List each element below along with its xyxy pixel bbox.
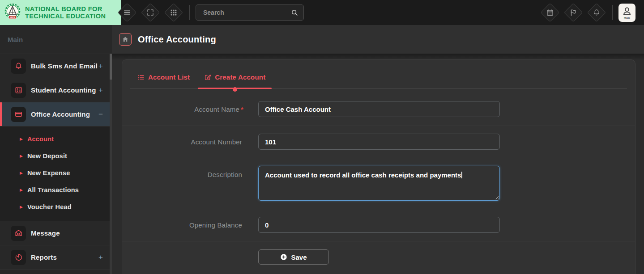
submenu-item-account[interactable]: ▶ Account (0, 131, 112, 148)
arrow-right-icon: ▶ (20, 137, 23, 141)
svg-text:NBTE: NBTE (10, 16, 15, 18)
page-title: Office Accounting (138, 34, 216, 45)
announcements-button[interactable] (564, 4, 582, 21)
content-area: Account List Create Account Account Name… (112, 54, 644, 274)
form-row-account-name: Account Name* (122, 89, 635, 126)
sidebar-submenu-office-accounting: ▶ Account ▶ New Deposit ▶ New Expense ▶ … (0, 126, 112, 221)
form-row-account-number: Account Number (122, 126, 635, 158)
page-header: Office Accounting (112, 25, 644, 54)
expand-icon[interactable]: + (98, 62, 103, 71)
submenu-item-new-expense[interactable]: ▶ New Expense (0, 164, 112, 181)
topbar-divider-right (612, 5, 613, 20)
description-text: Account used to record all office cash r… (265, 171, 461, 179)
main-area: Office Accounting Account List (112, 25, 644, 274)
topbar-left-actions (115, 4, 185, 21)
save-button[interactable]: Save (258, 249, 329, 265)
arrow-right-icon: ▶ (20, 205, 23, 209)
description-textarea[interactable]: Account used to record all office cash r… (258, 166, 500, 201)
arrow-right-icon: ▶ (20, 188, 23, 192)
resize-handle-icon[interactable] (494, 195, 499, 199)
global-search (196, 4, 304, 21)
calendar-icon (546, 8, 554, 17)
bell-icon (593, 8, 601, 17)
text-cursor (461, 172, 462, 178)
form-row-description: Description Account used to record all o… (122, 158, 635, 209)
field-label: Description (208, 171, 242, 178)
grid-icon (170, 8, 178, 17)
pie-chart-icon (11, 250, 26, 265)
arrow-right-icon: ▶ (20, 154, 23, 158)
person-icon (622, 6, 632, 17)
logo-text: National Board For Technical Education (25, 5, 106, 20)
fullscreen-button[interactable] (141, 4, 159, 21)
submenu-item-new-deposit[interactable]: ▶ New Deposit (0, 148, 112, 164)
form-row-opening-balance: Opening Balance (122, 209, 635, 241)
menu-icon (123, 8, 131, 17)
sidebar-toggle-button[interactable] (118, 4, 136, 21)
user-avatar[interactable]: Photo (618, 4, 635, 22)
search-input[interactable] (202, 8, 291, 17)
sidebar-item-message[interactable]: Message (0, 221, 112, 245)
sidebar-section-label: Main (0, 25, 112, 54)
apps-grid-button[interactable] (165, 4, 183, 21)
calendar-button[interactable] (541, 4, 559, 21)
account-name-input[interactable] (258, 101, 500, 117)
field-label: Opening Balance (189, 221, 242, 229)
sidebar: Main Bulk Sms And Email + (0, 25, 112, 274)
notifications-button[interactable] (588, 4, 606, 21)
search-icon[interactable] (291, 9, 299, 17)
expand-icon[interactable]: + (98, 86, 103, 95)
form-actions: Save (122, 241, 635, 274)
sidebar-item-office-accounting[interactable]: Office Accounting − (0, 102, 112, 126)
credit-card-icon (11, 107, 26, 122)
tab-bar: Account List Create Account (130, 60, 627, 89)
home-button[interactable] (119, 33, 132, 46)
field-label: Account Name (194, 105, 239, 113)
avatar-caption: Photo (624, 17, 630, 19)
plus-circle-icon (280, 253, 287, 261)
top-bar: NBTE National Board For Technical Educat… (0, 0, 644, 25)
sidebar-item-bulk-sms-and-email[interactable]: Bulk Sms And Email + (0, 54, 112, 78)
envelope-open-icon (11, 226, 26, 241)
collapse-icon[interactable]: − (98, 110, 103, 119)
topbar-divider (189, 5, 190, 20)
required-asterisk: * (241, 105, 243, 113)
flag-icon (569, 8, 577, 17)
account-number-input[interactable] (258, 134, 500, 150)
expand-icon[interactable]: + (98, 253, 103, 262)
nbte-emblem-icon: NBTE (2, 2, 23, 23)
submenu-item-voucher-head[interactable]: ▶ Voucher Head (0, 198, 112, 215)
arrow-right-icon: ▶ (20, 171, 23, 175)
calculator-icon (11, 83, 26, 98)
edit-icon (204, 74, 211, 81)
sidebar-item-student-accounting[interactable]: Student Accounting + (0, 78, 112, 102)
sidebar-menu: Bulk Sms And Email + Student Accounting … (0, 54, 112, 270)
submenu-item-all-transactions[interactable]: ▶ All Transactions (0, 181, 112, 198)
bell-icon (11, 59, 26, 74)
list-icon (137, 74, 145, 81)
field-label: Account Number (191, 138, 242, 146)
sidebar-item-reports[interactable]: Reports + (0, 245, 112, 270)
fullscreen-icon (146, 8, 154, 17)
opening-balance-input[interactable] (258, 217, 500, 233)
account-card: Account List Create Account Account Name… (122, 59, 635, 274)
app-logo[interactable]: NBTE National Board For Technical Educat… (0, 0, 121, 25)
tab-account-list[interactable]: Account List (137, 73, 190, 89)
home-icon (122, 36, 129, 43)
tab-create-account[interactable]: Create Account (204, 73, 265, 89)
